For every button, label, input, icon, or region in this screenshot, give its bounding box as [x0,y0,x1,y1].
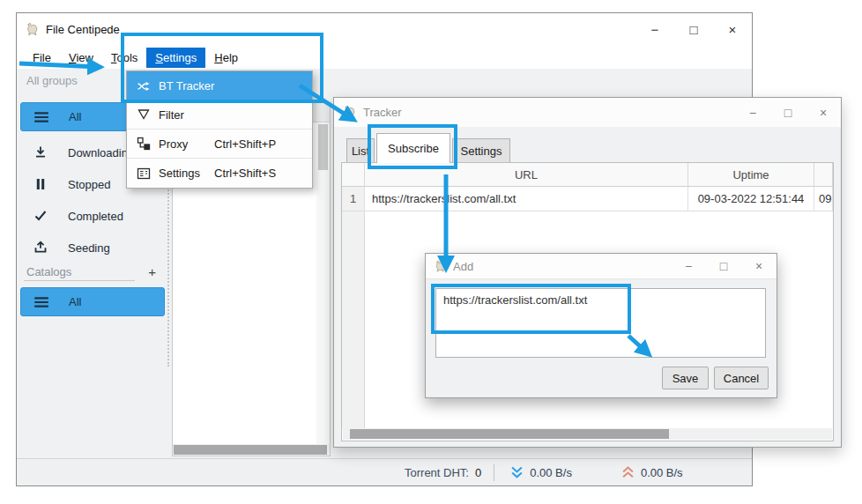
column-header-uptime[interactable]: Uptime [688,163,814,187]
tracker-titlebar: Tracker − □ × [334,98,841,127]
column-header-url[interactable]: URL [365,163,688,187]
cancel-button[interactable]: Cancel [714,367,769,389]
menu-item-label: Settings [159,167,214,180]
menu-item-label: Proxy [159,137,214,151]
check-icon [33,209,48,223]
tracker-url: https://trackerslist.com/all.txt [372,192,516,205]
menu-view[interactable]: View [60,48,102,68]
groups-label: All groups [26,74,78,87]
menu-item-shortcut: Ctrl+Shift+S [214,167,276,180]
minimize-icon[interactable]: − [635,13,674,46]
menubar: File View Tools Settings Help [17,46,752,69]
add-dialog-title: Add [453,260,473,273]
tracker-horizontal-scrollbar[interactable] [343,428,832,440]
dht-value: 0 [475,466,481,479]
app-goose-icon [342,105,357,120]
shuffle-icon [137,79,151,93]
column-header-index[interactable] [342,163,365,187]
catalogs-header: Catalogs + [20,261,168,282]
sidebar-item-completed[interactable]: Completed [20,203,165,229]
menu-settings[interactable]: Settings [146,48,205,68]
maximize-icon[interactable]: □ [706,254,741,278]
maximize-icon[interactable]: □ [770,98,806,127]
clipped-value: 09-0 [819,192,833,205]
menu-item-label: BT Tracker [159,79,214,93]
main-titlebar: File Centipede − □ × [17,13,752,46]
menu-icon [34,110,48,124]
menu-item-proxy[interactable]: Proxy Ctrl+Shift+P [127,130,312,159]
double-chevron-up-icon [621,466,635,479]
close-icon[interactable]: × [741,254,777,278]
sidebar-item-seeding[interactable]: Seeding [20,234,165,261]
tracker-window-controls: − □ × [735,98,841,127]
minimize-icon[interactable]: − [735,98,770,127]
close-icon[interactable]: × [806,98,841,127]
menu-item-settings[interactable]: Settings Ctrl+Shift+S [127,159,312,188]
menu-item-label: Filter [159,108,214,122]
menu-item-bt-tracker[interactable]: BT Tracker [127,71,312,100]
upload-speed: 0.00 B/s [641,466,683,479]
main-window-controls: − □ × [635,13,752,46]
tab-list[interactable]: List [346,138,375,163]
row-number: 1 [350,192,356,205]
horizontal-scrollbar-thumb[interactable] [174,445,327,455]
settings-icon [137,167,151,181]
menu-icon [34,295,48,309]
tab-settings[interactable]: Settings [452,138,510,163]
catalogs-label: Catalogs [26,265,71,278]
menu-tools[interactable]: Tools [102,48,146,68]
column-header-label: URL [515,168,538,182]
app-goose-icon [434,260,447,273]
settings-dropdown-menu: BT Tracker Filter Proxy Ctrl+Shift+P Set… [126,70,313,189]
catalogs-divider [24,280,135,281]
upload-icon [33,241,48,255]
add-titlebar: Add − □ × [426,254,777,279]
save-button[interactable]: Save [662,367,709,389]
tab-label: Settings [461,145,502,158]
tracker-url-input[interactable]: https://trackerslist.com/all.txt [435,288,766,358]
column-header-clipped[interactable] [814,163,833,187]
vertical-scrollbar[interactable] [316,122,330,444]
sidebar-item-label: Downloading [68,146,134,159]
status-bar: Torrent DHT: 0 0.00 B/s 0.00 B/s [17,458,752,485]
tab-label: Subscribe [388,142,439,155]
app-goose-icon [25,22,40,37]
tracker-window-title: Tracker [363,106,402,119]
close-icon[interactable]: × [713,13,752,46]
proxy-icon [137,137,151,151]
tracker-scrollbar-thumb[interactable] [350,429,669,439]
status-separator [494,464,494,481]
sidebar-item-label: Seeding [68,241,110,255]
sidebar-catalog-all[interactable]: All [20,287,165,316]
sidebar-item-label: All [69,295,81,308]
download-icon [33,145,48,159]
menu-file[interactable]: File [24,48,60,68]
table-cell-uptime[interactable]: 09-03-2022 12:51:44 [688,187,814,211]
tab-label: List [352,145,369,158]
main-window-title: File Centipede [46,23,120,36]
vertical-scrollbar-thumb[interactable] [318,124,328,170]
minimize-icon[interactable]: − [671,254,706,278]
tab-subscribe[interactable]: Subscribe [376,133,450,163]
sidebar-item-label: Completed [68,210,123,223]
uptime-value: 09-03-2022 12:51:44 [698,192,805,205]
add-dialog-controls: − □ × [671,254,777,278]
filter-icon [137,107,151,122]
add-dialog: Add − □ × https://trackerslist.com/all.t… [425,253,777,398]
download-speed: 0.00 B/s [530,466,572,479]
menu-help[interactable]: Help [205,48,247,68]
double-chevron-down-icon [510,466,524,479]
sidebar-item-label: Stopped [68,178,110,191]
table-cell-clipped[interactable]: 09-0 [814,187,833,211]
table-row-index[interactable]: 1 [342,187,365,211]
add-catalog-button[interactable]: + [148,264,156,279]
menu-item-filter[interactable]: Filter [127,100,312,130]
column-header-label: Uptime [732,168,769,182]
maximize-icon[interactable]: □ [674,13,713,46]
pause-icon [33,177,48,191]
menu-item-shortcut: Ctrl+Shift+P [214,137,276,151]
sidebar-item-label: All [69,110,81,123]
dht-label: Torrent DHT: [405,466,469,479]
table-cell-url[interactable]: https://trackerslist.com/all.txt [365,187,688,211]
horizontal-scrollbar[interactable] [173,444,330,456]
